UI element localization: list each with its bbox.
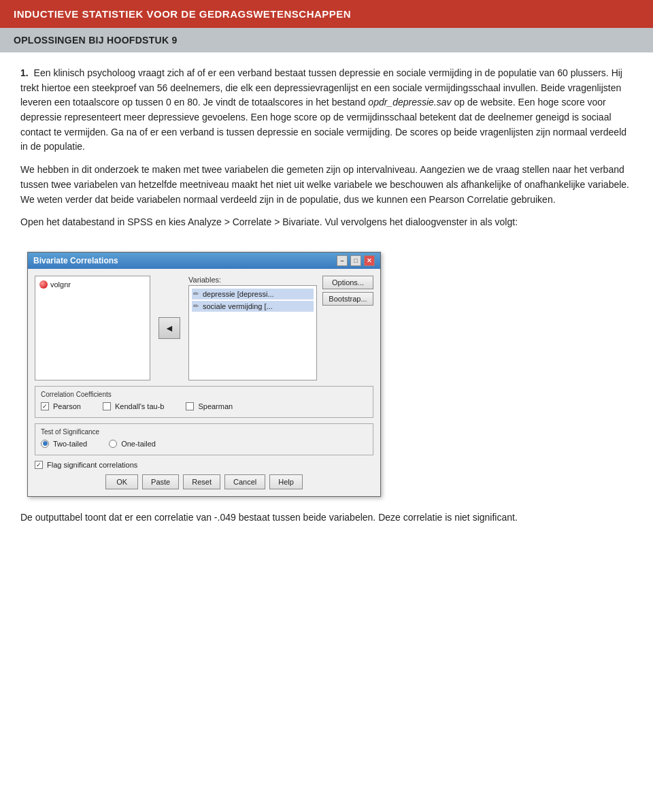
pearson-checkbox[interactable]: ✓ [41,402,49,410]
significance-group-title: Test of Significance [41,428,367,436]
variables-label: Variables: [188,276,317,284]
paragraph-2: We hebben in dit onderzoek te maken met … [20,163,633,207]
section-number: 1. [20,67,29,78]
one-tailed-label: One-tailed [121,440,156,448]
pearson-label: Pearson [53,402,81,410]
two-tailed-row: Two-tailed One-tailed [41,440,367,448]
source-var-label: volgnr [50,280,71,289]
cancel-button[interactable]: Cancel [224,474,265,489]
options-button[interactable]: Options... [322,276,373,289]
bootstrap-button[interactable]: Bootstrap... [322,292,373,306]
pencil-icon: ✏ [193,290,200,298]
arrow-button[interactable]: ◄ [158,317,180,339]
reset-button[interactable]: Reset [183,474,220,489]
main-content: 1. Een klinisch psycholoog vraagt zich a… [0,52,653,547]
help-button[interactable]: Help [269,474,303,489]
minimize-button[interactable]: – [337,255,348,266]
source-var-volgnr[interactable]: volgnr [38,279,147,290]
correlation-group: Correlation Coefficients ✓ Pearson Kenda… [35,386,373,418]
variables-listbox[interactable]: ✏ depressie [depressi... ✏ sociale vermi… [188,285,317,380]
spss-dialog: Bivariate Correlations – □ ✕ volgnr [27,252,381,497]
dialog-title: Bivariate Correlations [33,256,118,265]
var-sociale-label: sociale vermijding [... [203,302,273,310]
paste-button[interactable]: Paste [142,474,179,489]
var-icon [39,280,48,289]
header-top: INDUCTIEVE STATISTIEK VOOR DE GEDRAGSWET… [0,0,653,28]
side-buttons: Options... Bootstrap... [322,276,373,380]
significance-group: Test of Significance Two-tailed One-tail… [35,423,373,455]
correlation-group-title: Correlation Coefficients [41,391,367,398]
var-depressie-label: depressie [depressi... [203,290,274,298]
flag-checkbox[interactable]: ✓ [35,461,43,469]
arrow-col: ◄ [156,276,183,380]
variables-panel: Variables: ✏ depressie [depressi... ✏ so… [188,276,317,380]
one-tailed-radio[interactable] [109,440,117,448]
bottom-buttons: OK Paste Reset Cancel Help [35,474,373,489]
flag-row: ✓ Flag significant correlations [35,461,373,469]
titlebar-buttons: – □ ✕ [337,255,375,266]
subtitle: OPLOSSINGEN BIJ HOOFDSTUK 9 [14,35,178,46]
dialog-body: volgnr ◄ Variables: ✏ [28,269,380,496]
source-listbox[interactable]: volgnr [35,276,150,380]
pencil-icon-2: ✏ [193,302,200,310]
variables-row: volgnr ◄ Variables: ✏ [35,276,373,380]
two-tailed-radio[interactable] [41,440,49,448]
paragraph-4: De outputtabel toont dat er een correlat… [20,510,633,525]
kendall-checkbox[interactable] [103,402,111,410]
selected-var-sociale[interactable]: ✏ sociale vermijding [... [192,301,314,312]
maximize-button[interactable]: □ [350,255,361,266]
spearman-checkbox[interactable] [186,402,194,410]
header-sub: OPLOSSINGEN BIJ HOOFDSTUK 9 [0,28,653,52]
paragraph-1: 1. Een klinisch psycholoog vraagt zich a… [20,66,633,155]
pearson-row: ✓ Pearson Kendall's tau-b Spearman [41,402,367,410]
close-button[interactable]: ✕ [364,255,375,266]
kendall-label: Kendall's tau-b [115,402,164,410]
spearman-label: Spearman [198,402,233,410]
selected-var-depressie[interactable]: ✏ depressie [depressi... [192,289,314,299]
two-tailed-label: Two-tailed [53,440,87,448]
dialog-titlebar: Bivariate Correlations – □ ✕ [28,253,380,269]
flag-label: Flag significant correlations [47,461,137,469]
paragraph-3: Open het databestand in SPSS en kies Ana… [20,215,633,230]
dialog-container: Bivariate Correlations – □ ✕ volgnr [27,252,381,497]
main-title: INDUCTIEVE STATISTIEK VOOR DE GEDRAGSWET… [14,8,351,20]
ok-button[interactable]: OK [105,474,138,489]
